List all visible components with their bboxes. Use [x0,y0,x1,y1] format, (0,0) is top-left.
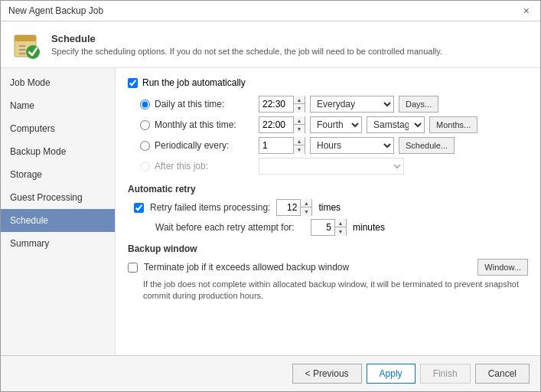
retry-unit: times [318,202,341,213]
monthly-option-row: Monthly at this time: ▲ ▼ First Second T… [140,116,528,133]
after-job-label: After this job: [155,161,254,172]
svg-point-5 [26,45,40,59]
close-button[interactable]: × [520,5,533,16]
content: Job Mode Name Computers Backup Mode Stor… [1,68,540,355]
after-job-dropdown[interactable] [259,158,404,175]
monthly-time-up[interactable]: ▲ [294,116,305,125]
cancel-button[interactable]: Cancel [475,364,530,384]
header-title: Schedule [51,33,442,44]
backup-window-title: Backup window [128,243,528,254]
periodically-down[interactable]: ▼ [294,145,305,154]
daily-frequency-dropdown[interactable]: Everyday Weekdays Weekends [310,96,394,113]
sidebar-item-summary[interactable]: Summary [1,232,115,255]
monthly-radio[interactable] [140,120,150,130]
daily-label[interactable]: Daily at this time: [155,99,254,109]
daily-time-down[interactable]: ▼ [294,104,305,113]
periodically-spinners: ▲ ▼ [293,137,305,154]
wait-up[interactable]: ▲ [335,219,346,227]
retry-count-spinners: ▲ ▼ [300,199,311,216]
footer: < Previous Apply Finish Cancel [1,355,540,391]
window-button[interactable]: Window... [477,259,528,276]
automatic-retry-section: Automatic retry Retry failed items proce… [128,184,528,236]
finish-button[interactable]: Finish [420,364,471,384]
backup-window-description: If the job does not complete within allo… [143,279,528,302]
monthly-time-spinners: ▲ ▼ [293,116,305,133]
periodically-option-row: Periodically every: ▲ ▼ Hours Minutes Sc… [140,137,528,154]
retry-count-input[interactable] [277,200,300,215]
header-description: Specify the scheduling options. If you d… [51,47,442,56]
retry-count-group: ▲ ▼ [276,199,312,216]
wait-label: Wait before each retry attempt for: [155,222,305,233]
monthly-time-input[interactable] [259,117,293,132]
wait-retry-row: Wait before each retry attempt for: ▲ ▼ … [134,219,528,236]
terminate-checkbox[interactable] [128,263,138,273]
periodically-label[interactable]: Periodically every: [155,140,254,151]
run-automatically-checkbox[interactable] [128,78,138,88]
automatic-retry-title: Automatic retry [128,184,528,194]
sidebar: Job Mode Name Computers Backup Mode Stor… [1,68,116,355]
sidebar-item-job-mode[interactable]: Job Mode [1,71,115,94]
wait-value-group: ▲ ▼ [311,219,347,236]
daily-option-row: Daily at this time: ▲ ▼ Everyday Weekday… [140,96,528,113]
schedule-button[interactable]: Schedule... [399,137,455,154]
sidebar-item-computers[interactable]: Computers [1,117,115,140]
dialog-title: New Agent Backup Job [8,5,103,16]
months-button[interactable]: Months... [429,116,477,133]
svg-rect-1 [15,35,36,41]
header-section: Schedule Specify the scheduling options.… [1,21,540,68]
main-panel: Run the job automatically Daily at this … [116,68,540,355]
run-automatically-label[interactable]: Run the job automatically [142,77,246,88]
monthly-ordinal-dropdown[interactable]: First Second Third Fourth Last [310,116,362,133]
sidebar-item-storage[interactable]: Storage [1,163,115,186]
monthly-time-down[interactable]: ▼ [294,125,305,133]
daily-time-spinners: ▲ ▼ [293,96,305,113]
daily-time-input-group: ▲ ▼ [259,96,305,113]
sidebar-item-schedule[interactable]: Schedule [1,209,115,232]
dialog: New Agent Backup Job × Schedule Specify … [0,0,541,392]
terminate-row: Terminate job if it exceeds allowed back… [128,259,528,276]
schedule-options: Daily at this time: ▲ ▼ Everyday Weekday… [140,96,528,175]
retry-checked-row: Retry failed items processing: ▲ ▼ times [134,199,528,216]
terminate-label[interactable]: Terminate job if it exceeds allowed back… [144,262,471,273]
retry-failed-checkbox[interactable] [134,203,144,213]
daily-time-up[interactable]: ▲ [294,96,305,104]
monthly-day-dropdown[interactable]: Montag Dienstag Mittwoch Donnerstag Frei… [367,116,425,133]
periodically-up[interactable]: ▲ [294,137,305,145]
retry-count-down[interactable]: ▼ [301,207,311,216]
sidebar-item-name[interactable]: Name [1,94,115,117]
sidebar-item-backup-mode[interactable]: Backup Mode [1,140,115,163]
periodically-value-group: ▲ ▼ [259,137,305,154]
wait-down[interactable]: ▼ [335,227,346,236]
periodically-radio[interactable] [140,141,150,151]
wait-spinners: ▲ ▼ [334,219,346,236]
periodically-value-input[interactable] [259,138,293,153]
monthly-time-input-group: ▲ ▼ [259,116,305,133]
header-text: Schedule Specify the scheduling options.… [51,33,442,56]
periodically-unit-dropdown[interactable]: Hours Minutes [310,137,394,154]
backup-window-section: Backup window Terminate job if it exceed… [128,243,528,302]
wait-value-input[interactable] [311,220,334,235]
days-button[interactable]: Days... [399,96,438,113]
wait-unit: minutes [353,222,385,233]
after-job-option-row: After this job: [140,158,528,175]
daily-time-input[interactable] [259,96,293,112]
sidebar-item-guest-processing[interactable]: Guest Processing [1,186,115,209]
retry-failed-label[interactable]: Retry failed items processing: [150,202,270,213]
retry-count-up[interactable]: ▲ [301,199,311,207]
apply-button[interactable]: Apply [367,364,416,384]
daily-radio[interactable] [140,100,150,109]
schedule-icon [11,29,42,60]
after-job-radio[interactable] [140,162,150,172]
previous-button[interactable]: < Previous [292,364,362,384]
run-automatically-row: Run the job automatically [128,77,528,88]
monthly-label[interactable]: Monthly at this time: [155,119,254,130]
title-bar: New Agent Backup Job × [1,1,540,21]
